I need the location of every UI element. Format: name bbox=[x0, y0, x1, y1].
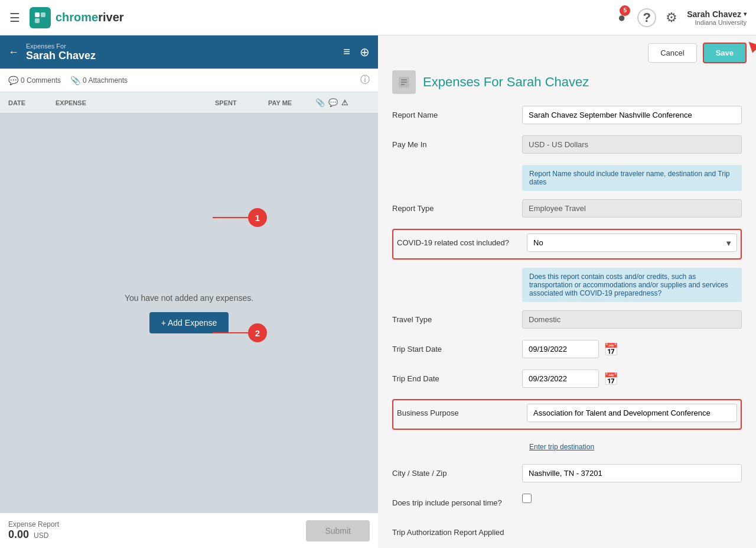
alert-icon: ⚠ bbox=[341, 98, 348, 107]
main-layout: ← Expenses For Sarah Chavez ≡ ⊕ 💬 0 Comm… bbox=[0, 35, 756, 548]
covid-label: COVID-19 related cost included? bbox=[397, 234, 527, 247]
notification-bell[interactable]: ● 5 bbox=[618, 10, 625, 25]
personal-time-row: Does trip include personal time? bbox=[392, 494, 742, 515]
trip-auth-label: Trip Authorization Report Applied bbox=[392, 523, 522, 537]
svg-rect-1 bbox=[41, 12, 45, 17]
business-purpose-highlight-row: Business Purpose bbox=[392, 399, 742, 430]
attachments-icon: 📎 bbox=[70, 76, 80, 85]
save-button-container: Save 3 bbox=[703, 43, 747, 63]
pay-me-in-label: Pay Me In bbox=[392, 135, 522, 149]
total-currency: USD bbox=[34, 531, 48, 540]
help-icon[interactable]: ? bbox=[637, 8, 656, 27]
logo-box bbox=[30, 7, 51, 28]
settings-icon[interactable]: ⚙ bbox=[666, 10, 677, 25]
covid-info-banner: Does this report contain costs and/or cr… bbox=[522, 268, 742, 302]
business-purpose-field[interactable] bbox=[527, 404, 737, 422]
report-type-row: Report Type Employee Travel bbox=[392, 199, 742, 221]
trip-auth-row: Trip Authorization Report Applied bbox=[392, 523, 742, 544]
save-button[interactable]: Save bbox=[703, 43, 747, 63]
trip-start-date-wrap: 📅 bbox=[522, 340, 742, 358]
attachments-count: 📎 0 Attachments bbox=[70, 76, 128, 85]
business-purpose-row: Business Purpose bbox=[397, 404, 737, 425]
city-state-zip-field[interactable] bbox=[522, 464, 742, 482]
back-button[interactable]: ← bbox=[8, 46, 19, 59]
personal-time-field bbox=[522, 494, 742, 503]
total-amount: 0.00 bbox=[8, 528, 29, 541]
right-toolbar: Cancel Save 3 bbox=[378, 35, 756, 70]
personal-time-checkbox-wrap bbox=[522, 494, 742, 503]
submit-button[interactable]: Submit bbox=[306, 520, 370, 541]
report-name-input[interactable] bbox=[522, 106, 742, 124]
city-state-zip-row: City / State / Zip bbox=[392, 464, 742, 485]
col-date: DATE bbox=[8, 99, 56, 106]
left-header: ← Expenses For Sarah Chavez ≡ ⊕ bbox=[0, 35, 378, 69]
business-purpose-input[interactable] bbox=[527, 404, 737, 422]
pay-me-in-field: USD - US Dollars bbox=[522, 135, 742, 154]
left-title-main: Sarah Chavez bbox=[26, 50, 96, 62]
travel-type-label: Travel Type bbox=[392, 310, 522, 324]
top-nav: ☰ chromeriver ● 5 ? ⚙ Sarah Chavez ▾ Ind… bbox=[0, 0, 756, 35]
logo-area: chromeriver bbox=[30, 7, 124, 28]
left-header-actions: ≡ ⊕ bbox=[343, 45, 370, 59]
personal-time-label: Does trip include personal time? bbox=[392, 494, 522, 507]
report-name-info-banner: Report Name should include traveler name… bbox=[522, 165, 742, 191]
trip-end-field: 📅 bbox=[522, 369, 742, 388]
form-icon bbox=[392, 70, 416, 94]
travel-type-value: Domestic bbox=[522, 310, 742, 329]
trip-start-input[interactable] bbox=[522, 340, 599, 358]
add-circle-icon[interactable]: ⊕ bbox=[360, 45, 370, 59]
user-name: Sarah Chavez ▾ bbox=[687, 9, 747, 19]
enter-destination-link[interactable]: Enter trip destination bbox=[522, 438, 742, 456]
logo-text: chromeriver bbox=[56, 11, 124, 24]
left-panel: ← Expenses For Sarah Chavez ≡ ⊕ 💬 0 Comm… bbox=[0, 35, 378, 548]
covid-row: COVID-19 related cost included? No Yes ▼ bbox=[397, 234, 737, 255]
user-menu[interactable]: Sarah Chavez ▾ Indiana University bbox=[687, 9, 747, 26]
cancel-button[interactable]: Cancel bbox=[648, 43, 696, 63]
city-state-zip-label: City / State / Zip bbox=[392, 464, 522, 478]
trip-end-input[interactable] bbox=[522, 369, 599, 388]
save-arrow bbox=[741, 35, 756, 60]
report-type-value: Employee Travel bbox=[522, 199, 742, 218]
user-org: Indiana University bbox=[695, 19, 747, 26]
business-purpose-label: Business Purpose bbox=[397, 404, 527, 417]
city-state-zip-input[interactable] bbox=[522, 464, 742, 482]
trip-end-date-wrap: 📅 bbox=[522, 369, 742, 388]
empty-message: You have not added any expenses. bbox=[125, 293, 253, 303]
report-name-field[interactable] bbox=[522, 106, 742, 124]
comments-count: 💬 0 Comments bbox=[8, 76, 61, 85]
trip-end-calendar-icon[interactable]: 📅 bbox=[604, 372, 618, 386]
info-icon[interactable]: ⓘ bbox=[360, 74, 370, 86]
covid-highlight-row: COVID-19 related cost included? No Yes ▼ bbox=[392, 229, 742, 260]
col-expense: EXPENSE bbox=[56, 99, 215, 106]
form-title: Expenses For Sarah Chavez bbox=[423, 74, 589, 90]
trip-start-label: Trip Start Date bbox=[392, 340, 522, 354]
col-icons: 📎 💬 ⚠ bbox=[315, 98, 363, 107]
svg-rect-2 bbox=[35, 18, 40, 23]
comments-icon: 💬 bbox=[8, 76, 18, 85]
callout-2: 2 bbox=[248, 323, 267, 342]
travel-type-row: Travel Type Domestic bbox=[392, 310, 742, 332]
right-panel: Cancel Save 3 Expenses For Sarah Chavez bbox=[378, 35, 756, 548]
trip-start-calendar-icon[interactable]: 📅 bbox=[604, 342, 618, 356]
left-meta: 💬 0 Comments 📎 0 Attachments ⓘ bbox=[0, 69, 378, 92]
personal-time-checkbox[interactable] bbox=[522, 494, 532, 503]
comment-icon: 💬 bbox=[328, 98, 338, 107]
footer-label: Expense Report bbox=[8, 520, 59, 528]
pay-me-in-value: USD - US Dollars bbox=[522, 135, 742, 154]
table-header: DATE EXPENSE SPENT PAY ME 📎 💬 ⚠ bbox=[0, 92, 378, 114]
hamburger-icon[interactable]: ☰ bbox=[9, 11, 20, 25]
report-type-label: Report Type bbox=[392, 199, 522, 213]
svg-rect-0 bbox=[35, 12, 40, 17]
col-spent: SPENT bbox=[215, 99, 268, 106]
travel-type-field: Domestic bbox=[522, 310, 742, 329]
trip-end-row: Trip End Date 📅 bbox=[392, 369, 742, 391]
trip-start-row: Trip Start Date 📅 bbox=[392, 340, 742, 361]
badge-count: 5 bbox=[620, 5, 630, 16]
covid-select[interactable]: No Yes bbox=[527, 234, 737, 252]
left-footer: Expense Report 0.00 USD Submit bbox=[0, 513, 378, 548]
covid-select-wrap[interactable]: No Yes ▼ bbox=[527, 234, 737, 252]
col-payme: PAY ME bbox=[268, 99, 315, 106]
covid-field[interactable]: No Yes ▼ bbox=[527, 234, 737, 252]
report-type-field: Employee Travel bbox=[522, 199, 742, 218]
filter-icon[interactable]: ≡ bbox=[343, 45, 350, 59]
